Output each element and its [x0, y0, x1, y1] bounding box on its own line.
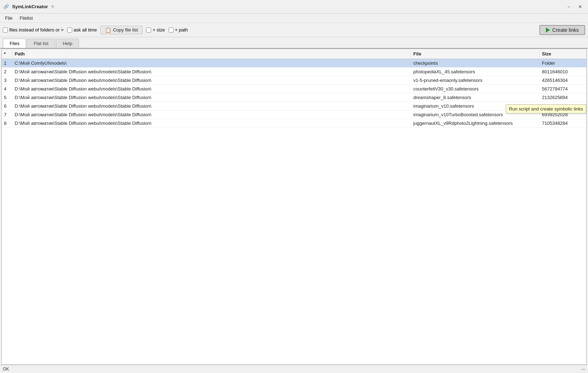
path-label: + path: [175, 27, 188, 33]
cell-num: 3: [2, 76, 13, 84]
size-checkbox-label[interactable]: + size: [146, 27, 165, 33]
cell-num: 4: [2, 85, 13, 93]
tabs: Files Flat list Help: [0, 37, 588, 49]
table-body: 1C:\Мой ComfyUI\models\checkpointsFolder…: [2, 59, 586, 364]
tab-files[interactable]: Files: [3, 39, 26, 48]
cursor-indicator: ✛: [51, 4, 55, 9]
cell-num: 1: [2, 59, 13, 67]
window-controls: − ✕: [564, 3, 585, 11]
close-button[interactable]: ✕: [575, 3, 585, 11]
menu-filelist[interactable]: Filelist: [16, 15, 36, 21]
ask-checkbox[interactable]: [67, 28, 72, 33]
menu-bar: File Filelist: [0, 14, 588, 23]
title-bar: 🔗 SymLinkCreator ✛ − ✕: [0, 0, 588, 14]
table-row[interactable]: 3D:\Мой автоматик\Stable Diffusion webui…: [2, 76, 586, 85]
cell-path: D:\Мой автоматик\Stable Diffusion webui\…: [13, 68, 411, 76]
minimize-button[interactable]: −: [564, 3, 574, 11]
cell-size: 4265146304: [540, 76, 586, 84]
cell-num: 7: [2, 111, 13, 119]
col-file: File: [411, 50, 540, 58]
create-links-tooltip: Run script and create symbolic links: [506, 104, 586, 113]
cell-num: 6: [2, 102, 13, 110]
col-star: *: [2, 50, 13, 58]
col-path: Path: [13, 50, 411, 58]
app-icon: 🔗: [3, 4, 9, 10]
copy-icon: 📋: [105, 27, 111, 33]
toolbar: files instead of folders or > ask all ti…: [0, 23, 588, 37]
ask-checkbox-label[interactable]: ask all time: [67, 27, 97, 33]
cell-file: counterfeitV30_v30.safetensors: [411, 85, 540, 93]
cell-size: 7105348284: [540, 119, 586, 127]
cell-num: 5: [2, 93, 13, 102]
cell-num: 2: [2, 68, 13, 76]
table-row[interactable]: 2D:\Мой автоматик\Stable Diffusion webui…: [2, 68, 586, 76]
cell-file: juggernautXL_v9Rdphoto2Lightning.safeten…: [411, 119, 540, 127]
cell-path: D:\Мой автоматик\Stable Diffusion webui\…: [13, 76, 411, 84]
table-row[interactable]: 8D:\Мой автоматик\Stable Diffusion webui…: [2, 119, 586, 128]
size-checkbox[interactable]: [146, 28, 151, 33]
status-indicator: ▪▪▪: [581, 367, 585, 371]
create-links-button[interactable]: Create links: [539, 25, 585, 35]
cell-path: D:\Мой автоматик\Stable Diffusion webui\…: [13, 102, 411, 110]
files-label: files instead of folders or >: [9, 27, 64, 33]
files-checkbox-label[interactable]: files instead of folders or >: [3, 27, 64, 33]
status-text: OK: [3, 367, 9, 372]
copy-file-list-button[interactable]: 📋 Copy file list: [100, 26, 143, 34]
tooltip-text: Run script and create symbolic links: [509, 106, 583, 112]
create-label: Create links: [552, 27, 579, 33]
cell-size: 5672794774: [540, 85, 586, 93]
cell-path: D:\Мой автоматик\Stable Diffusion webui\…: [13, 93, 411, 102]
table-row[interactable]: 6D:\Мой автоматик\Stable Diffusion webui…: [2, 102, 586, 111]
table-row[interactable]: 4D:\Мой автоматик\Stable Diffusion webui…: [2, 85, 586, 93]
table-row[interactable]: 7D:\Мой автоматик\Stable Diffusion webui…: [2, 111, 586, 119]
cell-file: checkpoints: [411, 59, 540, 67]
play-icon: [546, 28, 550, 33]
copy-label: Copy file list: [113, 27, 138, 33]
ask-label: ask all time: [74, 27, 97, 33]
table-row[interactable]: 5D:\Мой автоматик\Stable Diffusion webui…: [2, 93, 586, 102]
path-checkbox-label[interactable]: + path: [169, 27, 188, 33]
status-bar: OK ▪▪▪: [0, 365, 588, 373]
app-title: SymLinkCreator: [12, 4, 48, 9]
cell-path: C:\Мой ComfyUI\models\: [13, 59, 411, 67]
table-header: * Path File Size: [2, 49, 586, 59]
col-size: Size: [540, 50, 586, 58]
title-bar-left: 🔗 SymLinkCreator ✛: [3, 4, 55, 10]
cell-file: photopediaXL_45.safetensors: [411, 68, 540, 76]
cell-size: Folder: [540, 59, 586, 67]
cell-size: 2132625894: [540, 93, 586, 102]
main-content: * Path File Size 1C:\Мой ComfyUI\models\…: [1, 49, 587, 365]
size-label: + size: [153, 27, 165, 33]
table-row[interactable]: 1C:\Мой ComfyUI\models\checkpointsFolder: [2, 59, 586, 68]
cell-num: 8: [2, 119, 13, 127]
cell-path: D:\Мой автоматик\Stable Diffusion webui\…: [13, 111, 411, 119]
files-checkbox[interactable]: [3, 28, 8, 33]
cell-file: dreamshaper_8.safetensors: [411, 93, 540, 102]
cell-path: D:\Мой автоматик\Stable Diffusion webui\…: [13, 119, 411, 127]
path-checkbox[interactable]: [169, 28, 174, 33]
tab-flat-list[interactable]: Flat list: [27, 39, 55, 48]
cell-file: v1-5-pruned-emaonly.safetensors: [411, 76, 540, 84]
cell-size: 8011646010: [540, 68, 586, 76]
cell-path: D:\Мой автоматик\Stable Diffusion webui\…: [13, 85, 411, 93]
menu-file[interactable]: File: [1, 15, 16, 21]
tab-help[interactable]: Help: [56, 39, 79, 48]
